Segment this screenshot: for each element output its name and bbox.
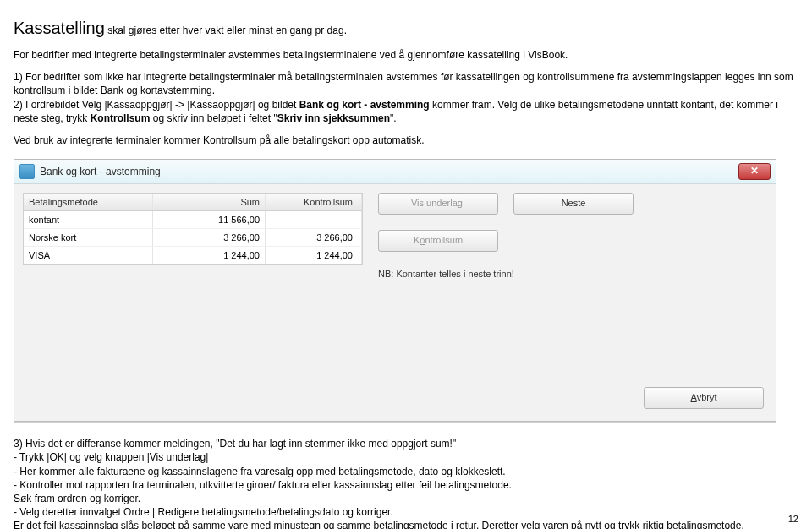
neste-button[interactable]: Neste [513,193,634,215]
p2b-mid2: og skriv inn beløpet i feltet " [150,112,277,124]
col-header-sum: Sum [153,194,266,210]
cell-ctrl: 1 244,00 [266,247,362,264]
heading-tail: skal gjøres etter hver vakt eller minst … [105,25,347,36]
dialog-window: Bank og kort - avstemming ✕ Betalingsmet… [14,159,776,422]
cell-method: kontant [24,211,153,228]
kontrollsum-button[interactable]: Kontrollsum [378,230,498,252]
note-nb: NB: Kontanter telles i neste trinn! [378,269,514,279]
kontrollsum-post: ntrollsum [425,235,463,245]
cell-method: VISA [24,247,153,264]
avbryt-button[interactable]: Avbryt [644,387,764,409]
heading-line: Kassatelling skal gjøres etter hver vakt… [14,17,798,40]
paragraph-4: 3) Hvis det er differanse kommer melding… [14,437,798,529]
payments-grid[interactable]: Betalingsmetode Sum Kontrollsum kontant … [23,193,363,265]
close-icon: ✕ [750,165,759,177]
paragraph-1: For bedrifter med integrerte betalingste… [14,48,798,62]
table-row[interactable]: VISA 1 244,00 1 244,00 [24,247,362,264]
dialog-body: Betalingsmetode Sum Kontrollsum kontant … [14,184,776,421]
avbryt-post: vbryt [697,392,717,402]
cell-sum: 1 244,00 [153,247,266,264]
col-header-ctrl: Kontrollsum [266,194,362,210]
p4-l1: 3) Hvis det er differanse kommer melding… [14,438,456,450]
cell-ctrl [266,211,362,228]
p2b-end: ". [390,112,397,124]
paragraph-3: Ved bruk av integrerte terminaler kommer… [14,134,798,147]
avbryt-u: A [691,392,697,402]
titlebar: Bank og kort - avstemming ✕ [14,160,776,184]
page-heading: Kassatelling [14,19,105,37]
cell-method: Norske kort [24,229,153,246]
p2a: 1) For bedrifter som ikke har integrerte… [14,71,793,96]
cell-sum: 11 566,00 [153,211,266,228]
p2b-bold2: Kontrollsum [91,112,151,124]
close-button[interactable]: ✕ [738,163,771,180]
p2b-pre: 2) I ordrebildet Velg |Kassaoppgjør| -> … [14,99,299,111]
p4-l6: - Velg deretter innvalget Ordre | Redige… [14,506,393,518]
p4-l4: - Kontroller mot rapporten fra terminale… [14,479,512,491]
table-row[interactable]: Norske kort 3 266,00 3 266,00 [24,229,362,247]
p4-l3: - Her kommer alle fakturaene og kassainn… [14,466,506,477]
p4-l5: Søk fram ordren og korriger. [14,493,140,504]
top-button-row: Vis underlag! Neste [378,193,634,215]
p4-l2: - Trykk |OK| og velg knappen |Vis underl… [14,451,208,463]
col-header-method: Betalingsmetode [24,194,153,210]
page-number: 12 [788,514,798,524]
grid-header: Betalingsmetode Sum Kontrollsum [24,194,362,211]
p4-l7: Er det feil kassainnslag slås beløpet på… [14,520,744,529]
app-icon [19,164,35,179]
cell-ctrl: 3 266,00 [266,229,362,246]
table-row[interactable]: kontant 11 566,00 [24,211,362,229]
vis-underlag-button[interactable]: Vis underlag! [378,193,498,215]
window-title: Bank og kort - avstemming [40,166,738,177]
p2b-bold3: Skriv inn sjekksummen [277,112,390,124]
cell-sum: 3 266,00 [153,229,266,246]
p2b-bold: Bank og kort - avstemming [299,99,430,111]
paragraph-2: 1) For bedrifter som ikke har integrerte… [14,70,798,125]
